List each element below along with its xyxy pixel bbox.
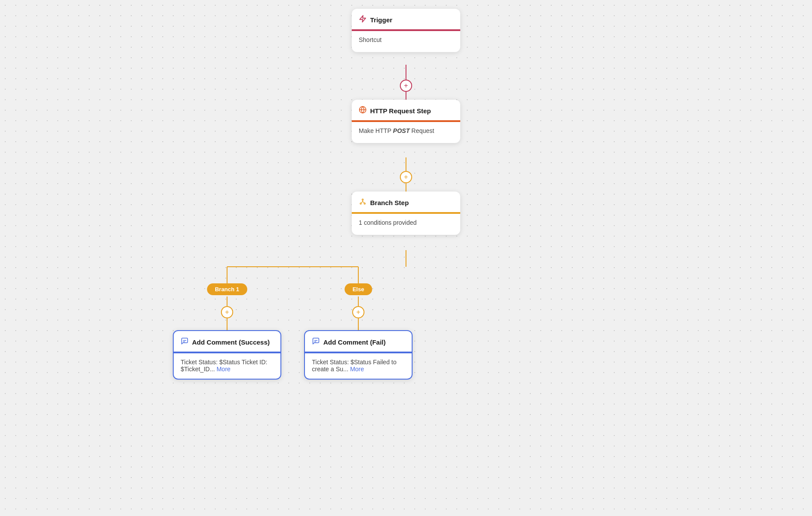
comment-fail-header: Add Comment (Fail) <box>305 331 412 352</box>
workflow-canvas: Trigger Shortcut + HTTP Request Step Mak… <box>0 0 812 516</box>
svg-marker-12 <box>360 16 366 22</box>
trigger-node[interactable]: Trigger Shortcut <box>352 9 460 52</box>
http-node-header: HTTP Request Step <box>352 100 460 121</box>
trigger-node-header: Trigger <box>352 9 460 30</box>
connector-svg <box>0 0 812 516</box>
else-label[interactable]: Else <box>345 283 372 295</box>
trigger-node-title: Trigger <box>370 16 392 24</box>
branch-conditions-text: 1 conditions provided <box>359 219 416 226</box>
add-step-button-2[interactable]: + <box>400 171 412 183</box>
comment-success-body: Ticket Status: $Status Ticket ID: $Ticke… <box>174 353 280 379</box>
add-comment-success-node[interactable]: Add Comment (Success) Ticket Status: $St… <box>173 330 281 380</box>
branch-icon <box>359 198 367 208</box>
comment-fail-title: Add Comment (Fail) <box>323 338 386 346</box>
comment-fail-body: Ticket Status: $Status Failed to create … <box>305 353 412 379</box>
comment-success-more-link[interactable]: More <box>217 366 231 373</box>
branch-node-header: Branch Step <box>352 192 460 213</box>
http-post-bold: POST <box>393 127 410 134</box>
comment-success-header: Add Comment (Success) <box>174 331 280 352</box>
comment-fail-more-link[interactable]: More <box>350 366 364 373</box>
http-request-node[interactable]: HTTP Request Step Make HTTP POST Request <box>352 100 460 143</box>
trigger-icon <box>359 15 367 25</box>
http-body-prefix: Make HTTP <box>359 127 393 134</box>
comment-success-title: Add Comment (Success) <box>192 338 270 346</box>
add-comment-fail-node[interactable]: Add Comment (Fail) Ticket Status: $Statu… <box>304 330 413 380</box>
http-icon <box>359 106 367 116</box>
comment-fail-icon <box>312 337 320 347</box>
add-step-button-else[interactable]: + <box>352 306 364 318</box>
branch-node-body: 1 conditions provided <box>352 214 460 235</box>
http-node-body: Make HTTP POST Request <box>352 122 460 143</box>
trigger-shortcut-text: Shortcut <box>359 36 382 43</box>
add-step-button-1[interactable]: + <box>400 80 412 92</box>
trigger-node-body: Shortcut <box>352 31 460 52</box>
http-body-suffix: Request <box>410 127 434 134</box>
branch-step-node[interactable]: Branch Step 1 conditions provided <box>352 192 460 235</box>
http-node-title: HTTP Request Step <box>370 107 431 115</box>
branch-node-title: Branch Step <box>370 199 409 206</box>
comment-success-icon <box>181 337 189 347</box>
branch-1-label[interactable]: Branch 1 <box>207 283 247 295</box>
add-step-button-branch1[interactable]: + <box>221 306 233 318</box>
